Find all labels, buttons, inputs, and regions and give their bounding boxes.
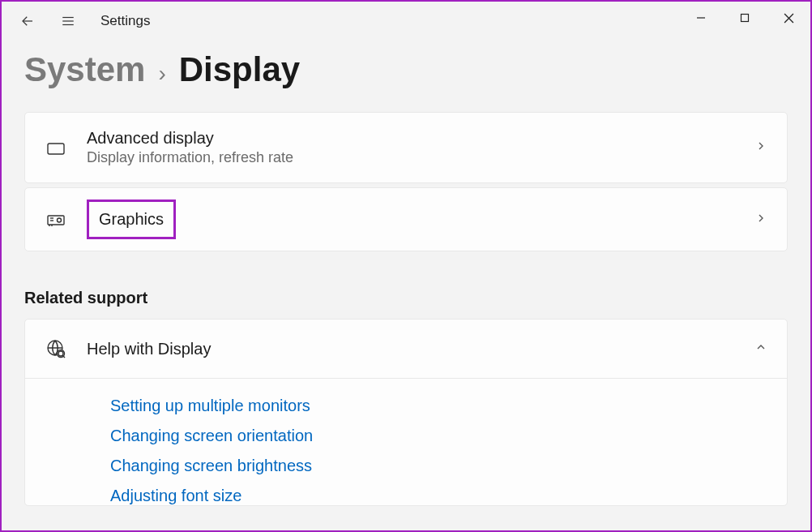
maximize-button[interactable]	[723, 2, 767, 34]
svg-point-10	[58, 218, 62, 222]
arrow-left-icon	[20, 14, 35, 28]
help-card: Help with Display Setting up multiple mo…	[24, 319, 788, 506]
menu-button[interactable]	[52, 5, 84, 37]
chevron-right-icon	[754, 212, 767, 228]
monitor-icon	[45, 138, 67, 157]
hamburger-icon	[61, 14, 75, 28]
svg-rect-8	[48, 144, 64, 154]
help-link-multiple-monitors[interactable]: Setting up multiple monitors	[110, 397, 787, 415]
close-icon	[784, 13, 794, 24]
highlight-annotation: Graphics	[87, 200, 176, 239]
maximize-icon	[740, 13, 750, 23]
svg-rect-5	[741, 15, 749, 22]
window-controls	[679, 2, 810, 34]
content-area: System › Display Advanced display Displa…	[2, 50, 810, 506]
page-title: Display	[179, 50, 300, 89]
help-header[interactable]: Help with Display	[25, 320, 787, 379]
help-link-screen-brightness[interactable]: Changing screen brightness	[110, 457, 787, 475]
app-title: Settings	[100, 13, 150, 29]
svg-line-18	[62, 355, 65, 358]
card-body: Graphics	[87, 200, 754, 239]
advanced-display-item[interactable]: Advanced display Display information, re…	[24, 112, 788, 183]
card-body: Advanced display Display information, re…	[87, 129, 754, 166]
back-button[interactable]	[11, 5, 44, 37]
chevron-right-icon	[754, 139, 767, 156]
help-links: Setting up multiple monitors Changing sc…	[25, 379, 787, 505]
chevron-up-icon	[754, 341, 767, 357]
help-link-screen-orientation[interactable]: Changing screen orientation	[110, 427, 787, 445]
help-link-font-size[interactable]: Adjusting font size	[110, 487, 787, 505]
minimize-icon	[696, 13, 706, 23]
graphics-item[interactable]: Graphics	[24, 187, 788, 251]
help-title: Help with Display	[87, 340, 754, 358]
titlebar: Settings	[2, 2, 810, 41]
card-title: Advanced display	[87, 129, 754, 148]
breadcrumb: System › Display	[24, 50, 788, 89]
close-button[interactable]	[767, 2, 810, 34]
graphics-card-icon	[45, 210, 67, 230]
minimize-button[interactable]	[679, 2, 723, 34]
card-title: Graphics	[99, 210, 164, 228]
card-subtitle: Display information, refresh rate	[87, 149, 754, 166]
breadcrumb-parent[interactable]: System	[24, 50, 145, 89]
chevron-right-icon: ›	[158, 61, 165, 87]
related-support-heading: Related support	[24, 289, 788, 307]
globe-help-icon	[45, 339, 67, 358]
